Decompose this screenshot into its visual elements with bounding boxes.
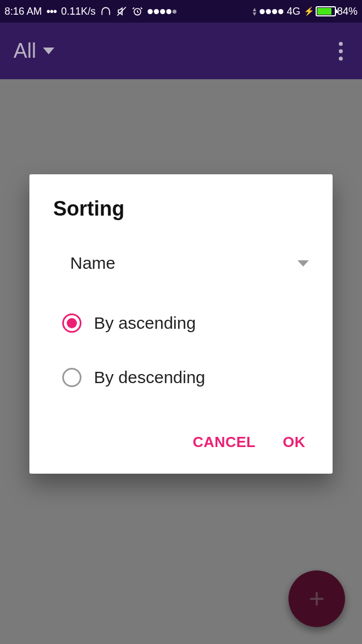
sort-descending-option[interactable]: By descending — [29, 355, 333, 400]
cancel-button[interactable]: CANCEL — [193, 433, 256, 451]
status-bar: 8:16 AM ••• 0.11K/s ▴▾ 4G ⚡ 84% — [0, 0, 362, 23]
sort-field-select[interactable]: Name — [29, 243, 333, 301]
status-more-icon: ••• — [46, 5, 57, 18]
chevron-down-icon — [43, 48, 54, 54]
app-bar: All — [0, 23, 362, 79]
status-left: 8:16 AM ••• 0.11K/s — [5, 5, 176, 18]
sort-field-value: Name — [70, 254, 115, 273]
alarm-icon — [132, 6, 143, 17]
dialog-actions: CANCEL OK — [29, 400, 333, 460]
status-notif-dots-icon — [148, 9, 176, 14]
charging-icon: ⚡ — [304, 6, 314, 16]
sorting-dialog: Sorting Name By ascending By descending … — [29, 174, 333, 474]
battery-icon — [316, 6, 336, 16]
chevron-down-icon — [298, 260, 309, 267]
battery-percent: 84% — [337, 6, 357, 18]
radio-selected-icon — [62, 314, 81, 333]
sort-descending-label: By descending — [94, 368, 205, 387]
dialog-title: Sorting — [29, 197, 333, 243]
battery-indicator: ⚡ 84% — [304, 6, 357, 18]
overflow-menu-button[interactable] — [333, 36, 348, 66]
sort-ascending-label: By ascending — [94, 314, 196, 333]
signal-dots-icon — [260, 9, 283, 14]
headphones-icon — [100, 6, 111, 17]
mute-icon — [116, 6, 127, 17]
data-arrows-icon: ▴▾ — [253, 7, 256, 16]
ok-button[interactable]: OK — [283, 433, 305, 451]
network-type: 4G — [287, 6, 300, 18]
content-area: + Sorting Name By ascending By descendin… — [0, 79, 362, 644]
status-right: ▴▾ 4G ⚡ 84% — [253, 6, 357, 18]
appbar-title: All — [14, 39, 36, 63]
filter-dropdown[interactable]: All — [14, 39, 54, 63]
status-time: 8:16 AM — [5, 6, 42, 18]
status-net-speed: 0.11K/s — [61, 6, 96, 18]
radio-unselected-icon — [62, 368, 81, 387]
sort-ascending-option[interactable]: By ascending — [29, 301, 333, 345]
